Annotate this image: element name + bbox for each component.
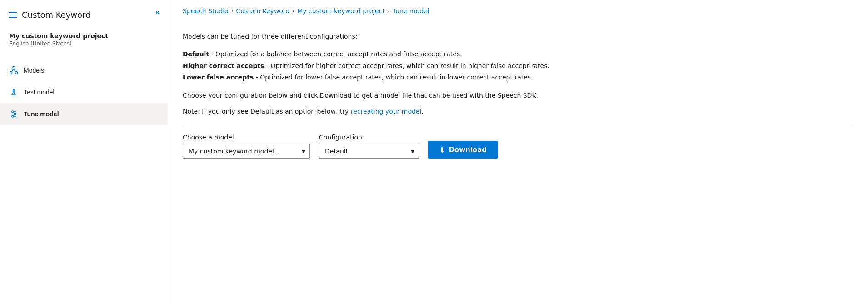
main-content: Speech Studio › Custom Keyword › My cust… [168,0,868,307]
svg-point-9 [12,111,14,113]
note-text: Note: If you only see Default as an opti… [183,108,853,115]
models-icon [9,66,18,75]
sidebar-item-tune-model-label: Tune model [24,110,59,118]
config-item-lower: Lower false accepts - Optimized for lowe… [183,72,853,83]
config-select[interactable]: Default Higher correct accepts Lower fal… [319,144,419,159]
intro-text: Models can be tuned for three different … [183,31,853,41]
breadcrumb-current: Tune model [393,7,429,15]
svg-point-2 [15,72,18,74]
config-higher-desc: - Optimized for higher correct accept ra… [264,62,549,69]
choose-text: Choose your configuration below and clic… [183,90,853,100]
breadcrumb-project[interactable]: My custom keyword project [297,7,385,15]
sidebar-item-tune-model[interactable]: Tune model [0,103,168,125]
tune-model-icon [9,109,18,119]
sidebar-project-section: My custom keyword project English (Unite… [0,29,168,56]
svg-point-10 [14,113,16,115]
hamburger-icon [9,12,17,18]
config-label: Configuration [319,134,419,141]
config-lower-name: Lower false accepts [183,74,254,81]
sidebar-collapse-button[interactable]: « [154,6,161,18]
divider [183,124,853,124]
config-item-default: Default - Optimized for a balance betwee… [183,49,853,60]
note-suffix: . [421,108,423,115]
sidebar-item-models[interactable]: Models [0,59,168,81]
breadcrumb-sep-2: › [292,8,294,14]
svg-point-0 [12,67,15,70]
download-label: Download [449,146,487,154]
model-select[interactable]: My custom keyword model... [183,144,310,159]
sidebar-nav: Models Test model [0,59,168,125]
sidebar-project-name: My custom keyword project [9,32,159,40]
config-select-container: Default Higher correct accepts Lower fal… [319,144,419,159]
breadcrumb: Speech Studio › Custom Keyword › My cust… [168,0,868,22]
sidebar-title-row: Custom Keyword [0,0,168,29]
model-select-container: My custom keyword model... ▼ [183,144,310,159]
config-higher-name: Higher correct accepts [183,62,264,69]
svg-line-4 [14,70,16,72]
breadcrumb-sep-1: › [231,8,234,14]
download-icon: ⬇ [439,146,445,154]
test-model-icon [9,88,18,97]
breadcrumb-speech-studio[interactable]: Speech Studio [183,7,229,15]
breadcrumb-custom-keyword[interactable]: Custom Keyword [236,7,289,15]
config-form-group: Configuration Default Higher correct acc… [319,134,419,159]
sidebar-item-test-model-label: Test model [24,89,55,96]
note-link[interactable]: recreating your model [351,108,422,115]
svg-point-1 [10,72,12,74]
sidebar-project-language: English (United States) [9,40,159,47]
model-form-group: Choose a model My custom keyword model..… [183,134,310,159]
svg-line-3 [11,70,14,72]
content-body: Models can be tuned for three different … [168,22,868,307]
sidebar-item-models-label: Models [24,67,44,74]
config-default-desc: - Optimized for a balance between correc… [209,50,462,58]
config-lower-desc: - Optimized for lower false accept rates… [254,74,533,81]
breadcrumb-sep-3: › [388,8,390,14]
sidebar-item-test-model[interactable]: Test model [0,81,168,103]
config-default-name: Default [183,50,209,58]
sidebar: « Custom Keyword My custom keyword proje… [0,0,168,307]
config-item-higher: Higher correct accepts - Optimized for h… [183,60,853,72]
model-label: Choose a model [183,134,310,141]
note-prefix: Note: If you only see Default as an opti… [183,108,351,115]
svg-point-11 [12,115,14,117]
form-row: Choose a model My custom keyword model..… [183,134,853,159]
download-button[interactable]: ⬇ Download [428,141,498,159]
sidebar-title: Custom Keyword [22,10,91,20]
config-list: Default - Optimized for a balance betwee… [183,49,853,83]
